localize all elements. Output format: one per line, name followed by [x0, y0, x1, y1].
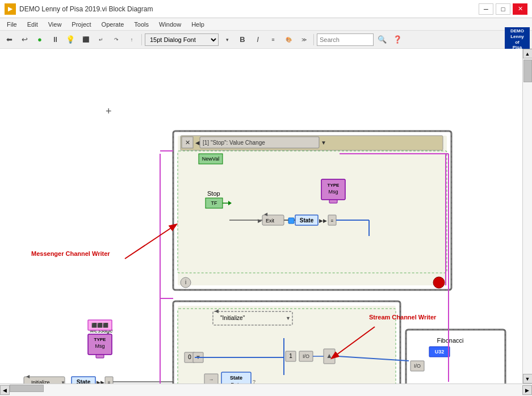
- svg-text:I/O: I/O: [303, 353, 309, 359]
- menu-window[interactable]: Window: [154, 20, 186, 29]
- svg-text:▼: ▼: [321, 140, 326, 146]
- svg-text:▶▶: ▶▶: [319, 218, 327, 224]
- demo-badge: DEMO Lenny of Pisa: [505, 27, 530, 52]
- status-bar: ◀ ▶: [0, 384, 532, 396]
- run-button[interactable]: ●: [33, 33, 47, 47]
- block-diagram: ✕ ◀ [1] "Stop": Value Change ▼ i NewVal …: [0, 49, 522, 384]
- svg-rect-78: [96, 355, 104, 358]
- scroll-track-v: [523, 58, 532, 374]
- svg-text:1: 1: [289, 353, 292, 359]
- svg-text:⬛⬛⬛: ⬛⬛⬛: [91, 322, 108, 328]
- demo-badge-line1: DEMO: [510, 28, 524, 34]
- stop-text: Stop: [207, 190, 220, 197]
- help-button[interactable]: ❓: [391, 33, 404, 47]
- scroll-track-h: [10, 384, 522, 396]
- svg-text:TYPE: TYPE: [328, 183, 340, 188]
- svg-text:TYPE: TYPE: [94, 337, 107, 342]
- svg-text:?: ?: [253, 379, 255, 384]
- scroll-right-button[interactable]: ▶: [522, 385, 532, 395]
- toolbar-separator-1: [141, 34, 142, 45]
- messenger-channel-writer-label: Messenger Channel Writer: [31, 250, 110, 257]
- svg-text:≡: ≡: [331, 218, 334, 224]
- back-button[interactable]: ⬅: [2, 33, 16, 47]
- pause-button[interactable]: ⏸: [48, 33, 62, 47]
- svg-text:Initialize: Initialize: [31, 380, 50, 384]
- menu-help[interactable]: Help: [187, 20, 209, 29]
- menu-edit[interactable]: Edit: [23, 20, 43, 29]
- scroll-down-button[interactable]: ▼: [523, 374, 533, 384]
- main-area: + ✕ ◀ [1] "Stop": Value Change ▼ i: [0, 49, 532, 384]
- stream-channel-writer-label: Stream Channel Writer: [369, 314, 437, 321]
- search-input[interactable]: [317, 33, 374, 46]
- svg-text:▶▶: ▶▶: [97, 380, 104, 384]
- newval-label: NewVal: [202, 156, 219, 162]
- event-label: [1] "Stop": Value Change: [203, 140, 265, 146]
- scroll-thumb-h[interactable]: [10, 385, 44, 392]
- svg-text:State: State: [230, 375, 242, 381]
- font-size-down[interactable]: ▾: [220, 33, 234, 47]
- menu-bar: File Edit View Project Operate Tools Win…: [0, 18, 532, 31]
- font-italic[interactable]: I: [251, 33, 265, 47]
- scroll-left-button[interactable]: ◀: [0, 385, 10, 395]
- svg-text:TF: TF: [211, 200, 217, 206]
- svg-text:Msg: Msg: [95, 343, 104, 349]
- svg-rect-100: [288, 218, 294, 224]
- svg-line-96: [125, 225, 176, 259]
- svg-text:◀: ◀: [195, 140, 200, 146]
- title-bar: ▶ DEMO Lenny of Pisa 2019.vi Block Diagr…: [0, 0, 532, 18]
- title-left: ▶ DEMO Lenny of Pisa 2019.vi Block Diagr…: [5, 3, 153, 15]
- app-icon: ▶: [5, 3, 16, 15]
- svg-text:I/O: I/O: [414, 363, 421, 369]
- scroll-thumb-v[interactable]: [523, 60, 532, 82]
- fibonacci-label: Fibonacci: [437, 337, 463, 344]
- svg-rect-16: [329, 200, 337, 203]
- diagram-canvas[interactable]: + ✕ ◀ [1] "Stop": Value Change ▼ i: [0, 49, 522, 384]
- svg-text:"Initialize": "Initialize": [220, 315, 245, 321]
- demo-badge-line3: of: [515, 40, 520, 45]
- menu-operate[interactable]: Operate: [97, 20, 129, 29]
- window-controls: ─ □ ✕: [479, 3, 527, 15]
- menu-tools[interactable]: Tools: [129, 20, 153, 29]
- step-over-button[interactable]: ↷: [110, 33, 123, 47]
- search-button[interactable]: 🔍: [375, 33, 389, 47]
- minimize-button[interactable]: ─: [479, 3, 493, 15]
- svg-text:Exit: Exit: [266, 218, 275, 224]
- svg-text:▼: ▼: [286, 315, 291, 321]
- more-btn[interactable]: ≫: [297, 33, 311, 47]
- font-selector[interactable]: 15pt Dialog Font: [145, 33, 219, 46]
- undo-button[interactable]: ↩: [18, 33, 31, 47]
- svg-text:▲: ▲: [326, 352, 333, 360]
- svg-text:Msg: Msg: [328, 189, 338, 195]
- svg-text:→: →: [209, 377, 214, 382]
- vertical-scrollbar[interactable]: ▲ ▼: [522, 49, 532, 384]
- close-button[interactable]: ✕: [513, 3, 527, 15]
- svg-text:◀: ◀: [264, 212, 268, 217]
- svg-text:0: 0: [188, 354, 191, 360]
- svg-point-11: [433, 277, 445, 288]
- svg-text:▶: ▶: [258, 218, 262, 224]
- state-block-top: State: [300, 217, 314, 224]
- menu-view[interactable]: View: [44, 20, 66, 29]
- toolbar-separator-2: [313, 34, 314, 45]
- menu-project[interactable]: Project: [67, 20, 95, 29]
- svg-text:U32: U32: [435, 349, 445, 355]
- bulb-button[interactable]: 💡: [64, 33, 77, 47]
- step-out-button[interactable]: ↑: [125, 33, 139, 47]
- step-into-button[interactable]: ↵: [94, 33, 108, 47]
- highlight-button[interactable]: ⬛: [79, 33, 93, 47]
- font-bold[interactable]: B: [236, 33, 249, 47]
- demo-badge-line2: Lenny: [510, 34, 524, 40]
- svg-text:✕: ✕: [185, 139, 190, 146]
- menu-file[interactable]: File: [2, 20, 22, 29]
- toolbar: ⬅ ↩ ● ⏸ 💡 ⬛ ↵ ↷ ↑ 15pt Dialog Font ▾ B I…: [0, 31, 532, 49]
- scroll-up-button[interactable]: ▲: [523, 49, 533, 58]
- align-left[interactable]: ≡: [266, 33, 280, 47]
- state-block-bottom: State: [77, 379, 91, 384]
- svg-text:i: i: [185, 279, 186, 285]
- maximize-button[interactable]: □: [496, 3, 510, 15]
- svg-text:◀: ◀: [26, 374, 30, 379]
- window-title: DEMO Lenny of Pisa 2019.vi Block Diagram: [19, 5, 153, 13]
- color-btn[interactable]: 🎨: [282, 33, 295, 47]
